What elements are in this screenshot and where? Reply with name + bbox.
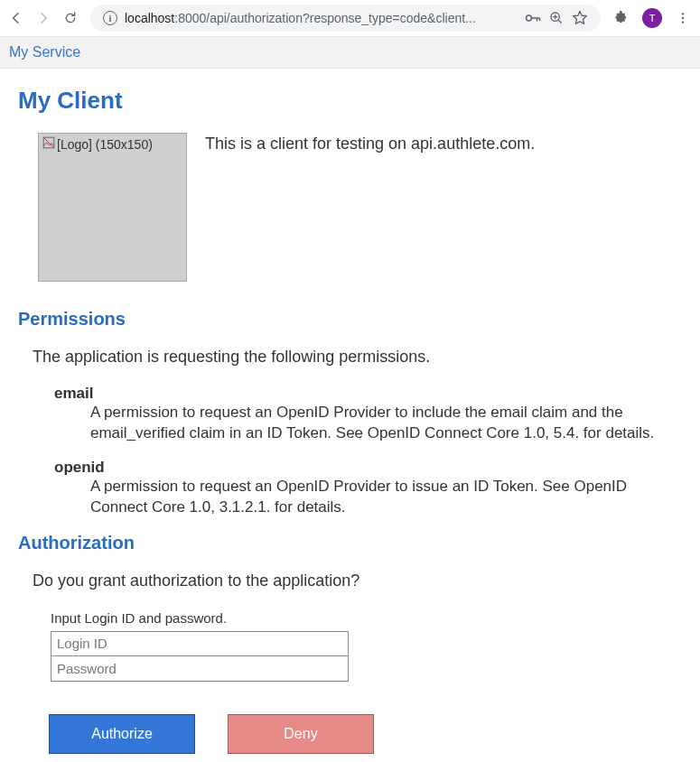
button-row: Authorize Deny bbox=[49, 714, 682, 754]
url-path: :8000/api/authorization?response_type=co… bbox=[174, 11, 476, 25]
svg-point-2 bbox=[682, 13, 684, 14]
authorization-heading: Authorization bbox=[18, 533, 682, 553]
authorization-question: Do you grant authorization to the applic… bbox=[33, 572, 682, 590]
permission-name: openid bbox=[54, 459, 682, 477]
url-text: localhost:8000/api/authorization?respons… bbox=[125, 11, 518, 25]
reload-icon[interactable] bbox=[63, 11, 78, 25]
kebab-menu-icon[interactable] bbox=[675, 10, 691, 26]
site-info-icon[interactable]: i bbox=[103, 11, 117, 25]
service-name-link[interactable]: My Service bbox=[9, 44, 80, 60]
key-icon[interactable] bbox=[525, 10, 541, 26]
svg-point-4 bbox=[682, 21, 684, 23]
permissions-intro: The application is requesting the follow… bbox=[33, 348, 682, 367]
broken-image-icon bbox=[42, 136, 55, 152]
main-content: My Client [Logo] (150x150) This is a cli… bbox=[0, 69, 700, 762]
bookmark-star-icon[interactable] bbox=[572, 10, 588, 26]
permission-desc: A permission to request an OpenID Provid… bbox=[90, 477, 682, 518]
zoom-icon[interactable] bbox=[548, 10, 565, 26]
back-icon[interactable] bbox=[9, 11, 23, 25]
avatar-letter: T bbox=[649, 13, 656, 23]
login-instruction: Input Login ID and password. bbox=[51, 610, 682, 626]
extensions-icon[interactable] bbox=[613, 10, 630, 26]
login-id-field[interactable] bbox=[51, 631, 349, 656]
client-description: This is a client for testing on api.auth… bbox=[205, 133, 682, 282]
url-host: localhost bbox=[125, 11, 174, 25]
service-bar: My Service bbox=[0, 36, 700, 69]
password-field[interactable] bbox=[51, 656, 349, 682]
client-info-row: [Logo] (150x150) This is a client for te… bbox=[38, 133, 682, 282]
forward-icon bbox=[36, 11, 51, 25]
permissions-heading: Permissions bbox=[18, 309, 682, 330]
address-bar[interactable]: i localhost:8000/api/authorization?respo… bbox=[90, 5, 601, 32]
permission-item: email A permission to request an OpenID … bbox=[54, 385, 682, 444]
svg-point-0 bbox=[527, 15, 532, 21]
deny-button[interactable]: Deny bbox=[228, 714, 374, 754]
login-block: Input Login ID and password. bbox=[51, 610, 682, 682]
logo-alt-text: [Logo] (150x150) bbox=[57, 137, 153, 152]
permission-desc: A permission to request an OpenID Provid… bbox=[90, 403, 682, 444]
svg-point-3 bbox=[682, 17, 684, 19]
avatar[interactable]: T bbox=[642, 8, 662, 28]
client-title: My Client bbox=[18, 87, 682, 115]
browser-toolbar: i localhost:8000/api/authorization?respo… bbox=[0, 0, 700, 36]
permission-name: email bbox=[54, 385, 682, 403]
authorize-button[interactable]: Authorize bbox=[49, 714, 195, 754]
client-logo-placeholder: [Logo] (150x150) bbox=[38, 133, 187, 282]
permission-item: openid A permission to request an OpenID… bbox=[54, 459, 682, 518]
